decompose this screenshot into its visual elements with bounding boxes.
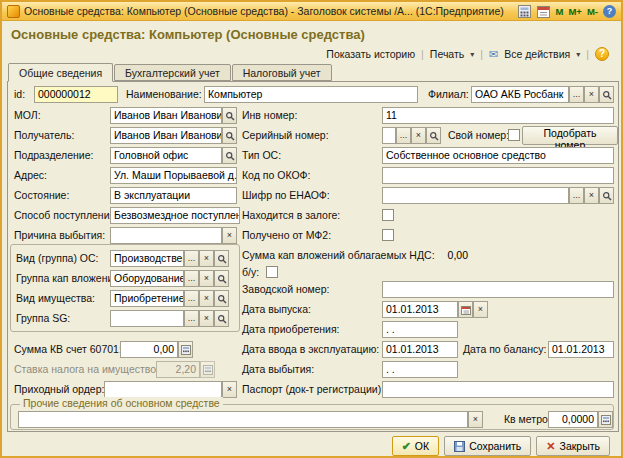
- used-checkbox[interactable]: [266, 266, 278, 278]
- serial-number-label: Серийный номер:: [242, 127, 329, 144]
- name-field[interactable]: Компьютер: [204, 86, 418, 103]
- sg-group-choose-button[interactable]: ...: [184, 310, 199, 327]
- branch-clear-button[interactable]: ×: [584, 86, 599, 103]
- sg-group-open-button[interactable]: [214, 310, 229, 327]
- passport-label: Паспорт (док-т регистрации):: [242, 381, 384, 398]
- property-kind-choose-button[interactable]: ...: [184, 290, 199, 307]
- receipt-order-field[interactable]: [104, 381, 222, 398]
- property-kind-open-button[interactable]: [214, 290, 229, 307]
- department-field[interactable]: Головной офис: [110, 147, 222, 164]
- calendar-icon[interactable]: [537, 4, 551, 18]
- enaof-choose-button[interactable]: ...: [569, 187, 584, 204]
- capex-group-field[interactable]: Оборудование: [110, 270, 184, 287]
- sq-meters-field[interactable]: 0,0000: [548, 411, 598, 428]
- sg-group-field[interactable]: [110, 310, 184, 327]
- retirement-reason-field[interactable]: [110, 227, 222, 244]
- print-button[interactable]: Печать: [430, 48, 464, 60]
- serial-open-button[interactable]: [426, 127, 441, 144]
- sg-group-clear-button[interactable]: ×: [199, 310, 214, 327]
- pick-number-button[interactable]: Подобрать номер: [522, 126, 618, 145]
- enaof-code-field[interactable]: [382, 187, 569, 204]
- own-number-checkbox[interactable]: [508, 129, 520, 141]
- factory-number-field[interactable]: [382, 281, 614, 298]
- other-info-field[interactable]: [18, 411, 468, 428]
- id-field[interactable]: 000000012: [34, 86, 118, 103]
- calendar-icon: [461, 305, 471, 315]
- sq-meters-calc-button[interactable]: [598, 411, 613, 428]
- receipt-method-field[interactable]: Безвозмездное поступление: [110, 207, 240, 224]
- purchase-date-field[interactable]: . .: [382, 321, 458, 338]
- memory-minus-button[interactable]: M-: [587, 6, 598, 17]
- separator: |: [586, 48, 589, 60]
- ok-button[interactable]: ✔ ОК: [392, 436, 440, 456]
- state-label: Состояние:: [14, 187, 69, 204]
- branch-field[interactable]: ОАО АКБ Росбанк: [471, 86, 569, 103]
- mol-field[interactable]: Иванов Иван Иванович: [110, 107, 222, 124]
- receiver-open-button[interactable]: [222, 127, 237, 144]
- receiver-label: Получатель:: [14, 127, 74, 144]
- app-icon: [7, 5, 20, 18]
- serial-clear-button[interactable]: ×: [411, 127, 426, 144]
- inventory-number-field[interactable]: 11: [382, 107, 614, 124]
- retirement-date-field[interactable]: . .: [382, 361, 458, 378]
- release-date-calendar-button[interactable]: [458, 301, 473, 318]
- command-bar: Показать историю | Печать ▾ | ✉ Все дейс…: [326, 47, 609, 61]
- branch-open-button[interactable]: [599, 86, 614, 103]
- calculator-icon[interactable]: [518, 4, 532, 18]
- tab-accounting[interactable]: Бухгалтерский учет: [114, 64, 231, 81]
- release-date-field[interactable]: 01.01.2013: [382, 301, 458, 318]
- retirement-reason-clear-button[interactable]: ×: [222, 227, 237, 244]
- show-history-button[interactable]: Показать историю: [326, 48, 415, 60]
- pledged-checkbox[interactable]: [382, 209, 394, 221]
- enaof-code-label: Шифр по ЕНАОФ:: [242, 187, 330, 204]
- separator: |: [480, 48, 483, 60]
- department-open-button[interactable]: [222, 147, 237, 164]
- os-group-choose-button[interactable]: ...: [184, 250, 199, 267]
- kv-sum-label: Сумма КВ счет 60701:: [14, 341, 122, 358]
- commissioning-date-field[interactable]: 01.01.2013: [382, 341, 458, 358]
- capex-group-clear-button[interactable]: ×: [199, 270, 214, 287]
- okof-code-field[interactable]: [382, 167, 614, 184]
- other-info-clear-button[interactable]: ×: [468, 411, 483, 428]
- receiver-field[interactable]: Иванов Иван Иванович: [110, 127, 222, 144]
- receipt-order-clear-button[interactable]: ×: [222, 381, 237, 398]
- balance-date-field[interactable]: 01.01.2013: [548, 341, 614, 358]
- memory-button-m[interactable]: M: [556, 6, 564, 17]
- branch-choose-button[interactable]: ...: [569, 86, 584, 103]
- address-field[interactable]: Ул. Маши Порываевой д.34: [110, 167, 237, 184]
- chevron-down-icon[interactable]: ▾: [470, 50, 474, 59]
- serial-number-field[interactable]: [382, 127, 396, 144]
- help-icon[interactable]: ?: [595, 47, 609, 61]
- close-button[interactable]: ✕ Закрыть: [536, 436, 610, 456]
- os-group-field[interactable]: Производственный и х: [110, 250, 184, 267]
- os-group-open-button[interactable]: [214, 250, 229, 267]
- mail-icon[interactable]: ✉: [489, 48, 498, 61]
- chevron-down-icon[interactable]: ▾: [576, 50, 580, 59]
- own-number-label: Свой номер:: [448, 127, 509, 144]
- tab-tax[interactable]: Налоговый учет: [232, 64, 332, 81]
- help-icon[interactable]: ?: [603, 5, 616, 18]
- capex-group-choose-button[interactable]: ...: [184, 270, 199, 287]
- serial-choose-button[interactable]: ...: [396, 127, 411, 144]
- release-date-clear-button[interactable]: ×: [473, 301, 488, 318]
- app-window: Основные средства: Компьютер (Основные с…: [0, 0, 623, 458]
- memory-plus-button[interactable]: M+: [568, 6, 581, 17]
- save-button[interactable]: Сохранить: [444, 436, 531, 456]
- kv-sum-field[interactable]: 0,00: [120, 341, 178, 358]
- kv-sum-calc-button[interactable]: [178, 341, 193, 358]
- mol-open-button[interactable]: [222, 107, 237, 124]
- all-actions-button[interactable]: Все действия: [504, 48, 570, 60]
- capex-group-open-button[interactable]: [214, 270, 229, 287]
- tab-general[interactable]: Общие сведения: [8, 63, 113, 82]
- close-icon: ✕: [546, 440, 555, 453]
- from-mf2-checkbox[interactable]: [382, 229, 394, 241]
- enaof-clear-button[interactable]: ×: [584, 187, 599, 204]
- passport-field[interactable]: [382, 381, 614, 398]
- property-kind-clear-button[interactable]: ×: [199, 290, 214, 307]
- enaof-open-button[interactable]: [599, 187, 614, 204]
- receipt-method-label: Способ поступления:: [14, 207, 118, 224]
- property-kind-field[interactable]: Приобретение основн: [110, 290, 184, 307]
- os-group-clear-button[interactable]: ×: [199, 250, 214, 267]
- os-type-field[interactable]: Собственное основное средство: [382, 147, 614, 164]
- state-field[interactable]: В эксплуатации: [110, 187, 237, 204]
